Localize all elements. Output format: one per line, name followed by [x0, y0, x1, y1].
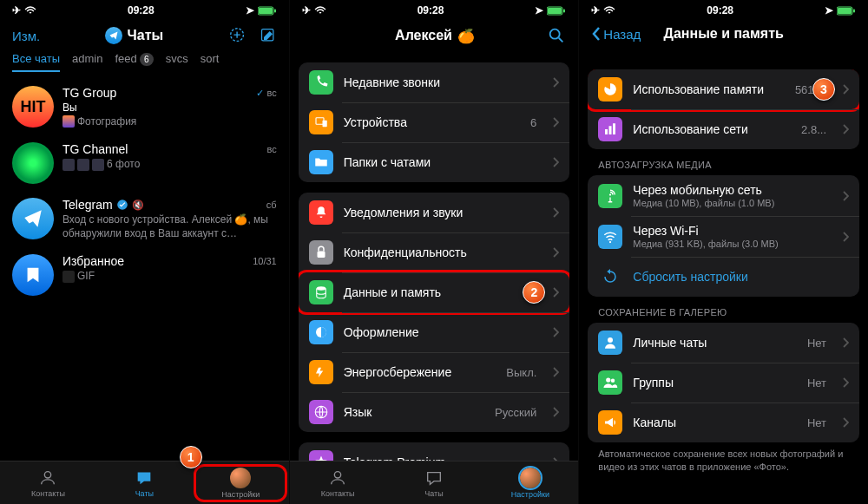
chat-time: 10/31: [253, 256, 277, 266]
tab-settings[interactable]: Настройки: [193, 461, 289, 504]
chevron-right-icon: [552, 77, 559, 88]
phone-icon: [309, 70, 333, 95]
settings-cell[interactable]: ЭнергосбережениеВыкл.: [299, 352, 570, 392]
airplane-icon: ✈︎: [591, 4, 600, 16]
chevron-right-icon: [552, 157, 559, 167]
cell-label: Недавние звонки: [344, 75, 537, 89]
wifi-icon: [314, 6, 326, 15]
chat-list: HITTG Group✓ всВыФотографияTG Channelвс6…: [0, 79, 289, 461]
bell-icon: [309, 200, 333, 225]
cell-icon: [598, 184, 622, 208]
settings-cell[interactable]: КаналыНет: [588, 403, 859, 442]
cell-label: Уведомления и звуки: [344, 206, 537, 219]
settings-cell[interactable]: Сбросить настройки: [588, 257, 859, 297]
battery-icon: [258, 6, 277, 16]
battery-icon: [547, 6, 566, 16]
tab-contacts[interactable]: Контакты: [290, 461, 386, 504]
settings-cell[interactable]: Оформление: [299, 312, 570, 352]
chat-title: TG Channel: [62, 142, 128, 156]
settings-cell[interactable]: Использование сети2.8...: [588, 109, 859, 149]
chevron-right-icon: [552, 407, 559, 417]
lock-icon: [309, 240, 333, 265]
page-title: Данные и память: [664, 26, 784, 42]
folder-tab[interactable]: Все чаты: [12, 52, 60, 72]
status-time: 09:28: [418, 4, 444, 16]
cell-label: Оформление: [344, 325, 537, 339]
settings-cell[interactable]: Недавние звонки: [299, 62, 570, 102]
verified-icon: [116, 199, 128, 211]
settings-cell[interactable]: Telegram Premium: [299, 442, 570, 461]
cell-label: Сбросить настройки: [633, 270, 849, 284]
svg-rect-1: [259, 8, 273, 14]
tab-chats[interactable]: Чаты: [386, 461, 483, 504]
new-chat-icon[interactable]: [228, 26, 247, 45]
settings-cell[interactable]: Папки с чатами: [299, 142, 570, 182]
chat-item[interactable]: Избранное10/31GIF: [0, 247, 289, 303]
step-badge: 3: [812, 78, 835, 101]
user-icon: [598, 331, 622, 355]
edit-button[interactable]: Изм.: [12, 29, 40, 43]
autodownload-group: Через мобильную сетьМедиа (10 MB), файлы…: [588, 175, 859, 297]
svg-rect-12: [322, 121, 326, 128]
chan-icon: [598, 410, 622, 435]
gallery-footer: Автоматическое сохранение всех новых фот…: [588, 442, 859, 475]
lang-icon: [309, 400, 333, 424]
tab-settings[interactable]: Настройки: [482, 461, 578, 504]
settings-cell[interactable]: Личные чатыНет: [588, 323, 859, 363]
search-icon[interactable]: [547, 26, 566, 45]
folder-tab[interactable]: admin: [72, 52, 102, 72]
cell-value: Выкл.: [506, 366, 536, 379]
settings-cell[interactable]: Через мобильную сетьМедиа (10 MB), файлы…: [588, 175, 859, 216]
settings-cell[interactable]: Через Wi-FiМедиа (931 KB), файлы (3.0 MB…: [588, 216, 859, 257]
settings-cell[interactable]: Устройства6: [299, 102, 570, 142]
cell-value: 2.8...: [801, 123, 826, 136]
chat-item[interactable]: TG Channelвс6 фото: [0, 135, 289, 191]
header-title: Чаты: [128, 28, 164, 43]
profile-name: Алексей: [395, 28, 452, 43]
chevron-right-icon: [552, 367, 559, 377]
step1-badge: 1: [180, 446, 202, 468]
tab-bar: Контакты Чаты Настройки 1: [0, 461, 289, 504]
chat-item[interactable]: Telegram🔇сбВход с нового устройства. Але…: [0, 191, 289, 247]
settings-cell[interactable]: ЯзыкРусский: [299, 392, 570, 432]
chat-title: TG Group: [62, 86, 116, 100]
chat-time: ✓ вс: [256, 88, 276, 99]
chevron-right-icon: [842, 84, 849, 95]
svg-rect-23: [613, 123, 615, 134]
cell-label: Устройства: [344, 115, 520, 129]
chevron-right-icon: [552, 457, 559, 461]
chevron-right-icon: [552, 207, 559, 218]
cell-label: Использование сети: [633, 122, 791, 136]
cell-sublabel: Медиа (10 MB), файлы (1.0 MB): [633, 198, 826, 208]
settings-header: Алексей🍊: [290, 17, 579, 52]
chat-item[interactable]: HITTG Group✓ всВыФотография: [0, 79, 289, 135]
settings-cell[interactable]: Уведомления и звуки: [299, 193, 570, 232]
chevron-right-icon: [842, 337, 849, 348]
settings-cell[interactable]: Конфиденциальность: [299, 232, 570, 272]
folder-tab[interactable]: sort: [201, 52, 220, 72]
chat-title: Telegram🔇: [62, 198, 144, 212]
settings-cell[interactable]: Использование памяти561....3: [588, 69, 859, 109]
folder-tab[interactable]: feed6: [115, 52, 153, 72]
svg-rect-22: [609, 126, 612, 134]
data-icon: [309, 280, 333, 304]
settings-cell[interactable]: Данные и память2: [299, 272, 570, 312]
svg-point-28: [611, 379, 615, 383]
chevron-right-icon: [552, 327, 559, 337]
chevron-right-icon: [842, 124, 849, 134]
chat-preview: Вход с нового устройства. Алексей 🍊, мы …: [62, 213, 277, 240]
cell-label: Данные и память: [344, 285, 537, 299]
compose-icon[interactable]: [260, 27, 277, 44]
settings-cell[interactable]: ГруппыНет: [588, 363, 859, 403]
folder-tab[interactable]: svcs: [166, 52, 188, 72]
cell-label: Энергосбережение: [344, 365, 496, 379]
gallery-header: СОХРАНЕНИЕ В ГАЛЕРЕЮ: [588, 307, 859, 323]
tab-contacts[interactable]: Контакты: [0, 461, 96, 504]
chats-header: Изм. Чаты: [0, 17, 289, 52]
svg-point-6: [45, 471, 51, 477]
chevron-left-icon: [591, 26, 602, 42]
back-button[interactable]: Назад: [591, 26, 641, 42]
svg-point-25: [609, 240, 611, 242]
tab-chats[interactable]: Чаты: [96, 461, 193, 504]
step-badge: 2: [523, 281, 545, 304]
